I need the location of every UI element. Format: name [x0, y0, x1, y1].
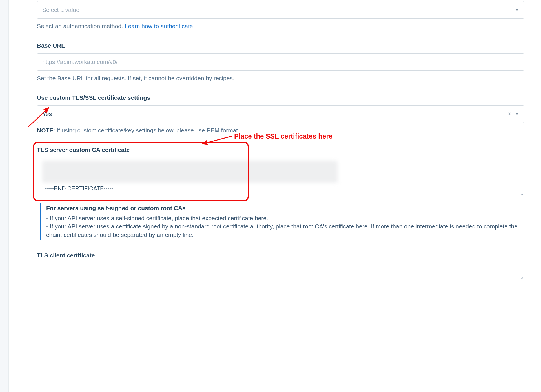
clear-icon[interactable]: ×: [507, 111, 511, 117]
base-url-label: Base URL: [37, 41, 524, 50]
resize-handle-icon: [519, 275, 523, 279]
auth-method-select[interactable]: Select a value: [37, 1, 524, 19]
chevron-down-icon: [515, 9, 519, 11]
ca-cert-label: TLS server custom CA certificate: [37, 146, 524, 154]
tls-settings-note: NOTE: If using custom certificate/key se…: [37, 126, 524, 134]
svg-line-1: [202, 136, 232, 144]
ca-cert-textarea[interactable]: -----END CERTIFICATE-----: [37, 157, 524, 196]
client-cert-label: TLS client certificate: [37, 251, 524, 259]
resize-handle-icon: [519, 191, 523, 195]
tls-settings-label: Use custom TLS/SSL certificate settings: [37, 93, 524, 102]
client-cert-textarea[interactable]: [37, 263, 524, 280]
tls-settings-value: Yes: [42, 110, 507, 118]
ca-cert-callout-body: - If your API server uses a self-signed …: [46, 214, 520, 239]
auth-method-helper: Select an authentication method. Learn h…: [37, 22, 524, 30]
ca-cert-blurred-content: [42, 161, 338, 183]
tls-settings-select[interactable]: Yes ×: [37, 105, 524, 123]
chevron-down-icon: [515, 113, 519, 115]
auth-method-placeholder: Select a value: [42, 6, 515, 14]
learn-auth-link[interactable]: Learn how to authenticate: [125, 23, 193, 29]
base-url-helper: Set the Base URL for all requests. If se…: [37, 74, 524, 82]
ca-cert-callout-title: For servers using self-signed or custom …: [46, 204, 520, 212]
base-url-input[interactable]: [37, 53, 524, 71]
ca-cert-end-marker: -----END CERTIFICATE-----: [42, 184, 519, 192]
ca-cert-callout: For servers using self-signed or custom …: [40, 203, 524, 240]
